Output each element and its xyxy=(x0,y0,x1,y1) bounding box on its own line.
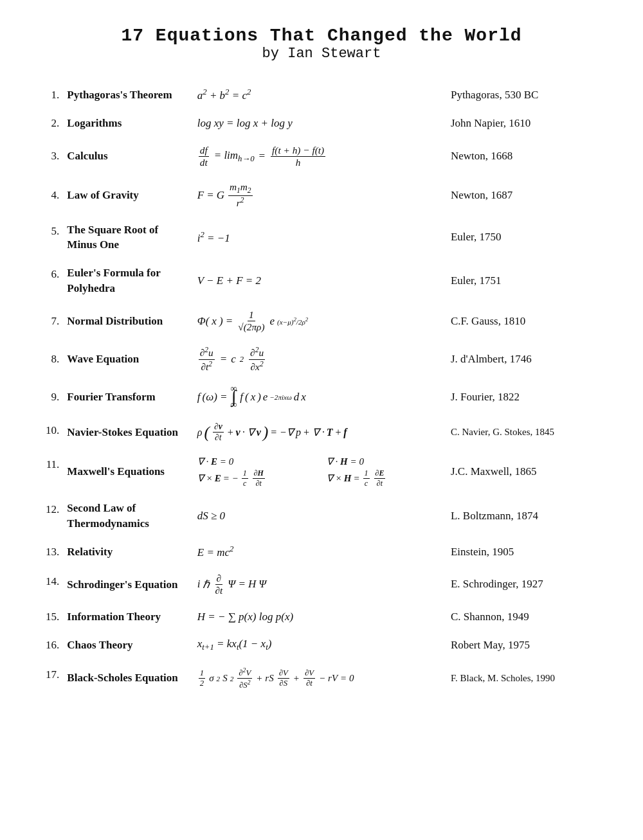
eq-number: 7. xyxy=(39,303,63,340)
eq-number: 11. xyxy=(39,449,63,494)
table-row: 5. The Square Root of Minus One i2 = −1 … xyxy=(39,216,604,260)
eq-formula: Φ(x) = 1 √(2πρ) e(x−μ)2/2ρ2 xyxy=(194,303,447,340)
table-row: 11. Maxwell's Equations ∇ · E = 0 ∇ · H … xyxy=(39,449,604,494)
eq-attribution: Newton, 1687 xyxy=(447,175,604,215)
eq-name: Calculus xyxy=(63,138,193,175)
table-row: 8. Wave Equation ∂2u ∂t2 = c2 ∂2u ∂x2 J.… xyxy=(39,339,604,379)
table-row: 16. Chaos Theory xt+1 = kxt(1 − xt) Robe… xyxy=(39,631,604,659)
eq-formula: ρ ( ∂v ∂t + v · ∇v ) = −∇p + ∇ · T + f xyxy=(194,415,447,450)
eq-formula: V − E + F = 2 xyxy=(194,259,447,303)
eq-attribution: J. d'Almbert, 1746 xyxy=(447,339,604,379)
eq-name: Second Law of Thermodynamics xyxy=(63,494,193,538)
eq-formula: a2 + b2 = c2 xyxy=(194,81,447,109)
eq-formula: ∇ · E = 0 ∇ · H = 0 ∇ × E = −1c ∂H∂t ∇ ×… xyxy=(194,449,447,494)
eq-name: Schrodinger's Equation xyxy=(63,566,193,603)
table-row: 3. Calculus dfdt = limh→0 = f(t + h) − f… xyxy=(39,138,604,175)
eq-name: Euler's Formula for Polyhedra xyxy=(63,259,193,303)
eq-attribution: Newton, 1668 xyxy=(447,138,604,175)
eq-number: 12. xyxy=(39,494,63,538)
eq-number: 8. xyxy=(39,339,63,379)
eq-attribution: C. Shannon, 1949 xyxy=(447,603,604,631)
eq-formula: E = mc2 xyxy=(194,538,447,566)
equations-table: 1. Pythagoras's Theorem a2 + b2 = c2 Pyt… xyxy=(39,81,604,697)
eq-name: Black-Scholes Equation xyxy=(63,659,193,697)
eq-name: Maxwell's Equations xyxy=(63,449,193,494)
eq-name: Fourier Transform xyxy=(63,379,193,415)
eq-number: 3. xyxy=(39,138,63,175)
eq-formula: F = G m1m2 r2 xyxy=(194,175,447,215)
eq-attribution: John Napier, 1610 xyxy=(447,109,604,138)
subtitle: by Ian Stewart xyxy=(39,46,604,62)
eq-name: The Square Root of Minus One xyxy=(63,216,193,260)
eq-name: Logarithms xyxy=(63,109,193,138)
table-row: 1. Pythagoras's Theorem a2 + b2 = c2 Pyt… xyxy=(39,81,604,109)
eq-attribution: Robert May, 1975 xyxy=(447,631,604,659)
eq-name: Navier-Stokes Equation xyxy=(63,415,193,450)
eq-number: 14. xyxy=(39,566,63,603)
eq-attribution: C.F. Gauss, 1810 xyxy=(447,303,604,340)
eq-attribution: J.C. Maxwell, 1865 xyxy=(447,449,604,494)
eq-formula: i2 = −1 xyxy=(194,216,447,260)
main-title: 17 Equations That Changed the World xyxy=(39,26,604,46)
eq-attribution: C. Navier, G. Stokes, 1845 xyxy=(447,415,604,450)
eq-formula: dfdt = limh→0 = f(t + h) − f(t) h xyxy=(194,138,447,175)
table-row: 7. Normal Distribution Φ(x) = 1 √(2πρ) e… xyxy=(39,303,604,340)
eq-attribution: E. Schrodinger, 1927 xyxy=(447,566,604,603)
eq-number: 2. xyxy=(39,109,63,138)
table-row: 15. Information Theory H = − ∑ p(x) log … xyxy=(39,603,604,631)
eq-number: 1. xyxy=(39,81,63,109)
eq-number: 13. xyxy=(39,538,63,566)
table-row: 9. Fourier Transform f(ω) = ∞ ∫ ∞ f(x)e−… xyxy=(39,379,604,415)
eq-name: Chaos Theory xyxy=(63,631,193,659)
eq-name: Relativity xyxy=(63,538,193,566)
eq-number: 17. xyxy=(39,659,63,697)
eq-name: Wave Equation xyxy=(63,339,193,379)
eq-attribution: L. Boltzmann, 1874 xyxy=(447,494,604,538)
eq-formula: xt+1 = kxt(1 − xt) xyxy=(194,631,447,659)
eq-number: 4. xyxy=(39,175,63,215)
eq-attribution: F. Black, M. Scholes, 1990 xyxy=(447,659,604,697)
eq-number: 9. xyxy=(39,379,63,415)
eq-name: Pythagoras's Theorem xyxy=(63,81,193,109)
eq-name: Information Theory xyxy=(63,603,193,631)
eq-formula: iℏ ∂ ∂t Ψ = HΨ xyxy=(194,566,447,603)
eq-name: Law of Gravity xyxy=(63,175,193,215)
eq-formula: H = − ∑ p(x) log p(x) xyxy=(194,603,447,631)
table-row: 13. Relativity E = mc2 Einstein, 1905 xyxy=(39,538,604,566)
table-row: 6. Euler's Formula for Polyhedra V − E +… xyxy=(39,259,604,303)
eq-formula: ∂2u ∂t2 = c2 ∂2u ∂x2 xyxy=(194,339,447,379)
eq-attribution: J. Fourier, 1822 xyxy=(447,379,604,415)
eq-number: 6. xyxy=(39,259,63,303)
eq-formula: log xy = log x + log y xyxy=(194,109,447,138)
eq-number: 5. xyxy=(39,216,63,260)
eq-attribution: Pythagoras, 530 BC xyxy=(447,81,604,109)
table-row: 10. Navier-Stokes Equation ρ ( ∂v ∂t + v… xyxy=(39,415,604,450)
eq-number: 16. xyxy=(39,631,63,659)
eq-formula: f(ω) = ∞ ∫ ∞ f(x)e−2πixω dx xyxy=(194,379,447,415)
eq-formula: dS ≥ 0 xyxy=(194,494,447,538)
table-row: 12. Second Law of Thermodynamics dS ≥ 0 … xyxy=(39,494,604,538)
eq-number: 10. xyxy=(39,415,63,450)
eq-number: 15. xyxy=(39,603,63,631)
eq-formula: 1 2 σ2S2 ∂2V ∂S2 + rS ∂V ∂S + ∂V xyxy=(194,659,447,697)
page-title: 17 Equations That Changed the World by I… xyxy=(39,26,604,62)
table-row: 2. Logarithms log xy = log x + log y Joh… xyxy=(39,109,604,138)
table-row: 4. Law of Gravity F = G m1m2 r2 Newton, … xyxy=(39,175,604,215)
eq-attribution: Einstein, 1905 xyxy=(447,538,604,566)
table-row: 14. Schrodinger's Equation iℏ ∂ ∂t Ψ = H… xyxy=(39,566,604,603)
eq-name: Normal Distribution xyxy=(63,303,193,340)
eq-attribution: Euler, 1750 xyxy=(447,216,604,260)
table-row: 17. Black-Scholes Equation 1 2 σ2S2 ∂2V … xyxy=(39,659,604,697)
eq-attribution: Euler, 1751 xyxy=(447,259,604,303)
